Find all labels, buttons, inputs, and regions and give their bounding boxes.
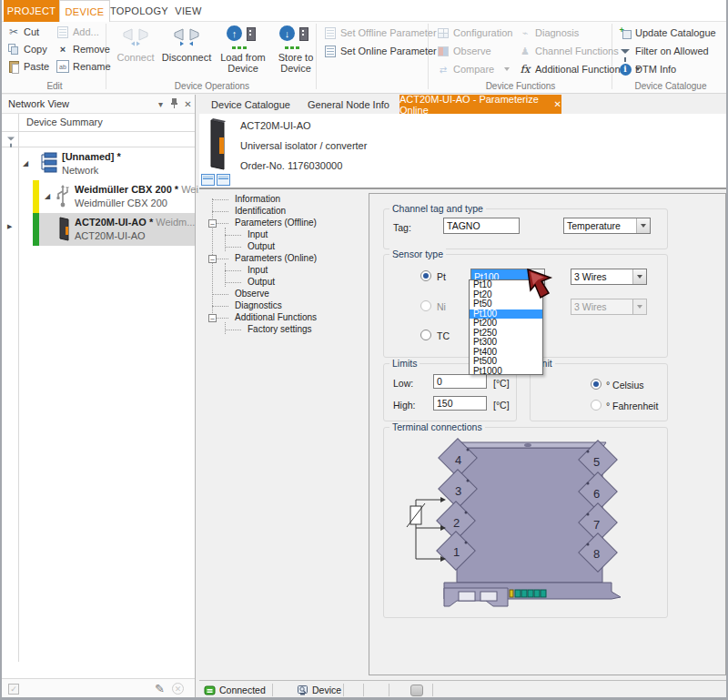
network-view-panel: Network View ▾ ✕ Device Summary ◢ [Unnam… [2, 95, 196, 698]
set-online-parameter-icon [324, 45, 337, 57]
low-input[interactable] [433, 374, 487, 389]
status-bar-green [33, 213, 39, 246]
connect-button[interactable]: Connect [111, 25, 160, 79]
add-button[interactable]: Add... [56, 25, 99, 38]
window-layout-icon[interactable] [201, 174, 215, 186]
tree-node-cbx200[interactable]: ◢ Weidmüller CBX 200 * Wei... Weidmüller… [2, 180, 195, 213]
collapse-expander-icon[interactable]: – [208, 255, 217, 263]
nav-parameters-online[interactable]: Parameters (Online) [235, 253, 317, 263]
configuration-button[interactable]: Configuration [437, 26, 512, 39]
expander-icon[interactable]: ◢ [45, 192, 50, 200]
update-catalogue-button[interactable]: +Update Catalogue [619, 26, 716, 39]
ni-radio[interactable] [420, 300, 431, 311]
collapse-expander-icon[interactable]: – [208, 219, 217, 228]
dtm-info-button[interactable]: iDTM Info [619, 63, 676, 76]
tab-topology[interactable]: TOPOLOGY [110, 0, 168, 22]
channel-type-combo[interactable]: Temperature [563, 218, 651, 234]
diagnosis-icon: ⌁ [519, 26, 531, 39]
copy-button[interactable]: Copy [7, 43, 47, 56]
chevron-down-icon[interactable] [636, 218, 650, 233]
ribbon: ✂Cut Copy Paste Add... ×Remove abRename … [2, 22, 726, 94]
device-header: ACT20M-UI-AO Universal isolator / conver… [199, 114, 728, 188]
info-icon: i [619, 63, 632, 76]
dropdown-option[interactable]: Pt1000 [470, 367, 542, 377]
expander-icon[interactable]: ◢ [23, 159, 28, 167]
add-icon [56, 25, 69, 38]
remove-button[interactable]: ×Remove [56, 43, 110, 56]
tab-project[interactable]: PROJECT [4, 0, 59, 22]
wires-combo[interactable]: 3 Wires [571, 269, 647, 285]
close-icon[interactable]: ✕ [181, 99, 195, 109]
pt-radio[interactable] [420, 270, 431, 281]
nav-additional-functions[interactable]: Additional Functions [235, 312, 317, 322]
high-unit-label: [°C] [493, 400, 510, 411]
status-bar: Connected Device [199, 680, 728, 698]
high-label: High: [393, 400, 416, 411]
ni-radio-label: Ni [437, 301, 446, 312]
celsius-radio[interactable] [591, 379, 602, 390]
tab-general-node-info[interactable]: General Node Info [299, 95, 398, 114]
disconnect-button[interactable]: Disconnect [162, 25, 211, 79]
compare-button[interactable]: ⇄Compare [437, 63, 510, 76]
chevron-down-icon [632, 299, 646, 314]
tab-device-catalogue[interactable]: Device Catalogue [204, 95, 298, 114]
connect-icon [122, 25, 149, 50]
nav-online-input[interactable]: Input [248, 265, 268, 275]
rename-button[interactable]: abRename [56, 60, 111, 73]
window-layout-icon[interactable] [217, 174, 230, 186]
nav-offline-output[interactable]: Output [248, 241, 275, 251]
dropdown-option[interactable]: Pt500 [470, 357, 542, 367]
set-online-parameter-button[interactable]: Set Online Parameter [324, 45, 437, 57]
edit-pencil-icon[interactable]: ✎ [155, 682, 165, 695]
filter-on-allowed-button[interactable]: Filter on Allowed [619, 45, 709, 57]
diagnosis-button[interactable]: ⌁Diagnosis [519, 26, 579, 39]
dropdown-option[interactable]: Pt300 [470, 338, 542, 348]
parameter-form: Channel tag and type Tag: Temperature Se… [369, 193, 726, 675]
filter-row[interactable] [2, 132, 195, 147]
nav-observe[interactable]: Observe [235, 289, 269, 299]
mouse-cursor-icon [526, 268, 557, 304]
tree-node-network[interactable]: ◢ [Unnamed] * Network [2, 147, 195, 180]
channel-functions-button[interactable]: ♟Channel Functions [519, 45, 619, 57]
nav-identification[interactable]: Identification [235, 206, 286, 216]
chevron-down-icon[interactable] [632, 269, 646, 284]
cut-button[interactable]: ✂Cut [7, 25, 39, 38]
paste-button[interactable]: Paste [7, 60, 49, 73]
device-summary-header[interactable]: Device Summary [2, 114, 195, 132]
ribbon-group-device-operations: Connect Disconnect ↑ Load from Device ↓ … [107, 22, 428, 93]
nav-parameters-offline[interactable]: Parameters (Offline) [235, 218, 317, 228]
tc-radio-label: TC [437, 330, 450, 341]
tab-view[interactable]: VIEW [168, 0, 208, 22]
load-from-device-button[interactable]: ↑ Load from Device [218, 25, 268, 79]
checkbox[interactable]: ✓ [8, 684, 19, 695]
pin-icon[interactable] [167, 98, 181, 110]
tab-parameterize-online[interactable]: ACT20M-UI-AO - Parameterize Online✕ [399, 95, 561, 114]
nav-offline-input[interactable]: Input [248, 229, 268, 239]
application-window: PROJECT DEVICE TOPOLOGY VIEW ✂Cut Copy P… [0, 0, 728, 700]
fahrenheit-radio[interactable] [591, 400, 602, 411]
copy-icon [7, 43, 20, 56]
tab-device[interactable]: DEVICE [59, 0, 110, 22]
tc-radio[interactable] [420, 330, 431, 340]
window-position-menu-icon[interactable]: ▾ [154, 99, 167, 109]
dropdown-option[interactable]: Pt200 [470, 319, 542, 329]
usb-icon [56, 184, 70, 210]
store-to-device-button[interactable]: ↓ Store to Device [271, 25, 320, 79]
tag-input[interactable] [443, 218, 520, 234]
clear-icon[interactable]: ✕ [172, 683, 184, 695]
nav-diagnostics[interactable]: Diagnostics [235, 300, 282, 310]
low-label: Low: [393, 378, 413, 389]
observe-button[interactable]: Observe [437, 45, 491, 57]
filter-funnel-icon [7, 137, 15, 141]
svg-text:6: 6 [593, 487, 600, 501]
set-offline-parameter-button[interactable]: Set Offline Parameter [324, 26, 437, 39]
nav-online-output[interactable]: Output [248, 277, 275, 287]
high-input[interactable] [433, 396, 487, 411]
nav-factory-settings[interactable]: Factory settings [248, 324, 312, 334]
tree-node-act20m[interactable]: ACT20M-UI-AO * Weidm... ACT20M-UI-AO [2, 213, 195, 246]
nav-information[interactable]: Information [235, 194, 280, 204]
cut-icon: ✂ [7, 25, 20, 38]
close-tab-icon[interactable]: ✕ [554, 99, 561, 109]
paste-icon [7, 60, 20, 73]
collapse-expander-icon[interactable]: – [208, 314, 217, 322]
